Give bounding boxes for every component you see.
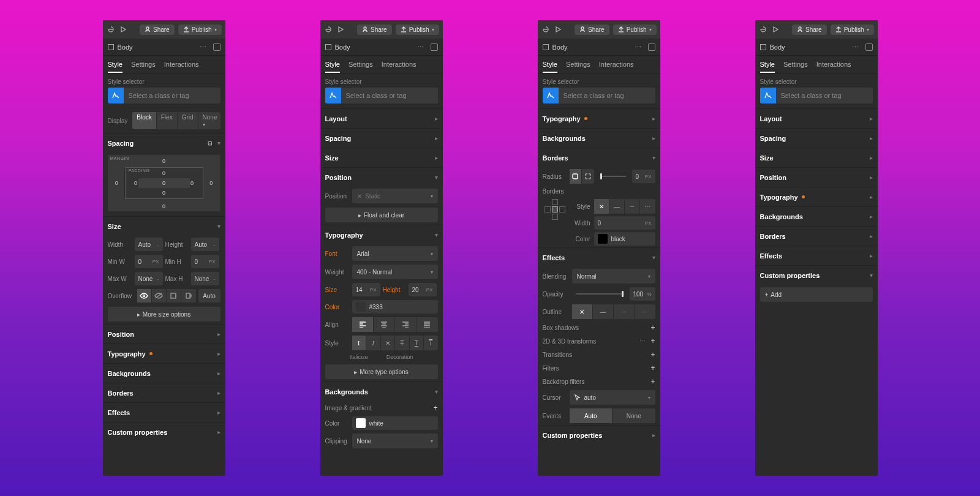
tab-style[interactable]: Style <box>760 61 775 73</box>
backgrounds-header[interactable]: Backgrounds▸ <box>755 206 878 226</box>
style-underline-icon[interactable]: T <box>410 336 424 350</box>
component-icon[interactable] <box>213 43 221 51</box>
add-backdrop-button[interactable]: + <box>650 377 655 386</box>
position-header[interactable]: Position▸ <box>103 324 225 344</box>
outline-solid-icon[interactable]: — <box>593 304 614 319</box>
effects-header[interactable]: Effects▾ <box>538 247 660 267</box>
display-none[interactable]: None ▾ <box>198 112 221 129</box>
align-right-icon[interactable] <box>395 317 417 332</box>
share-button[interactable]: Share <box>140 24 175 35</box>
backgrounds-header[interactable]: Backgrounds▸ <box>103 363 225 383</box>
share-button[interactable]: Share <box>792 24 827 35</box>
back-icon[interactable] <box>541 25 550 34</box>
spacing-icon[interactable]: ⊡ <box>208 140 213 146</box>
class-picker[interactable]: Select a class or tag <box>325 88 438 103</box>
events-auto[interactable]: Auto <box>570 408 613 423</box>
overflow-scroll-icon[interactable] <box>167 289 181 302</box>
tab-settings[interactable]: Settings <box>349 61 373 73</box>
events-none[interactable]: None <box>612 408 655 423</box>
blending-select[interactable]: Normal▾ <box>572 269 655 284</box>
outline-dotted-icon[interactable]: ⋯ <box>635 304 655 319</box>
border-side-picker[interactable] <box>543 199 567 220</box>
border-dotted-icon[interactable]: ⋯ <box>640 199 655 214</box>
overflow-hidden-icon[interactable] <box>152 289 167 302</box>
fontsize-input[interactable]: 14PX <box>352 283 380 296</box>
minw-input[interactable]: 0PX <box>135 255 163 268</box>
more-type-button[interactable]: ▸More type options <box>325 364 438 379</box>
publish-button[interactable]: Publish▾ <box>831 24 874 35</box>
weight-select[interactable]: 400 - Normal▾ <box>352 265 438 279</box>
border-width-input[interactable]: 0PX <box>594 216 655 230</box>
add-shadow-button[interactable]: + <box>650 323 655 332</box>
typography-header[interactable]: Typography▾ <box>320 225 443 244</box>
border-none-icon[interactable]: ✕ <box>594 199 609 214</box>
overflow-visible-icon[interactable] <box>137 289 152 302</box>
effects-header[interactable]: Effects▸ <box>103 402 225 422</box>
minh-input[interactable]: 0PX <box>191 255 219 268</box>
radius-slider[interactable] <box>600 176 626 177</box>
align-left-icon[interactable] <box>352 317 374 332</box>
component-icon[interactable] <box>431 43 438 51</box>
play-icon[interactable] <box>336 25 345 34</box>
spacing-editor[interactable]: MARGIN PADDING 0 0 0 0 0 0 0 0 0 <box>108 155 221 211</box>
size-header[interactable]: Size▾ <box>103 216 225 236</box>
position-select[interactable]: ✕ Static▾ <box>352 189 438 203</box>
add-image-button[interactable]: + <box>433 404 437 412</box>
back-icon[interactable] <box>759 25 767 34</box>
publish-button[interactable]: Publish▾ <box>613 24 657 35</box>
tab-style[interactable]: Style <box>325 61 340 73</box>
position-header[interactable]: Position▸ <box>755 167 878 187</box>
transforms-more-icon[interactable]: ⋯ <box>639 337 646 345</box>
outline-none-icon[interactable]: ✕ <box>572 304 593 319</box>
radius-all-icon[interactable] <box>570 169 582 184</box>
add-custom-button[interactable]: +Add <box>760 287 873 302</box>
display-block[interactable]: Block <box>132 112 156 129</box>
width-input[interactable]: Auto- <box>135 238 163 251</box>
align-justify-icon[interactable] <box>417 317 437 332</box>
tab-interactions[interactable]: Interactions <box>382 61 417 73</box>
share-button[interactable]: Share <box>357 24 392 35</box>
component-icon[interactable] <box>865 43 873 51</box>
style-overline-icon[interactable]: T <box>424 336 438 350</box>
backgrounds-header[interactable]: Backgrounds▸ <box>538 128 660 148</box>
typography-header[interactable]: Typography▸ <box>755 187 878 206</box>
tab-settings[interactable]: Settings <box>783 61 808 73</box>
display-flex[interactable]: Flex <box>157 112 178 129</box>
tab-interactions[interactable]: Interactions <box>164 61 199 73</box>
more-icon[interactable]: ⋯ <box>200 43 207 51</box>
opacity-slider[interactable] <box>576 293 624 295</box>
add-transform-button[interactable]: + <box>650 337 655 345</box>
lineheight-input[interactable]: 20PX <box>409 283 437 296</box>
size-header[interactable]: Size▸ <box>320 148 443 167</box>
component-icon[interactable] <box>648 43 655 51</box>
custom-header[interactable]: Custom properties▸ <box>103 422 225 442</box>
font-select[interactable]: Arial▾ <box>352 246 438 261</box>
tab-interactions[interactable]: Interactions <box>816 61 851 73</box>
tab-style[interactable]: Style <box>543 61 557 73</box>
spacing-header[interactable]: Spacing▸ <box>755 128 878 148</box>
backgrounds-header[interactable]: Backgrounds▾ <box>320 381 443 401</box>
border-color-input[interactable]: black <box>594 232 655 246</box>
play-icon[interactable] <box>771 25 780 34</box>
typography-header[interactable]: Typography▸ <box>103 344 225 363</box>
outline-dashed-icon[interactable]: ┄ <box>614 304 635 319</box>
play-icon[interactable] <box>554 25 562 34</box>
opacity-input[interactable]: 100% <box>630 287 655 301</box>
more-size-button[interactable]: ▸More size options <box>108 307 221 321</box>
maxh-input[interactable]: None- <box>191 272 219 285</box>
spacing-header[interactable]: Spacing▸ <box>320 128 443 148</box>
tab-settings[interactable]: Settings <box>566 61 590 73</box>
custom-header[interactable]: Custom properties▸ <box>538 425 660 445</box>
publish-button[interactable]: Publish▾ <box>396 24 439 35</box>
more-icon[interactable]: ⋯ <box>417 43 424 51</box>
effects-header[interactable]: Effects▸ <box>755 246 878 265</box>
share-button[interactable]: Share <box>575 24 609 35</box>
play-icon[interactable] <box>119 25 127 34</box>
position-header[interactable]: Position▾ <box>320 167 443 187</box>
borders-header[interactable]: Borders▸ <box>755 226 878 246</box>
tab-interactions[interactable]: Interactions <box>599 61 634 73</box>
style-strike-icon[interactable]: T <box>395 336 410 350</box>
borders-header[interactable]: Borders▾ <box>538 148 660 167</box>
more-icon[interactable]: ⋯ <box>635 43 642 51</box>
layout-header[interactable]: Layout▸ <box>755 108 878 128</box>
